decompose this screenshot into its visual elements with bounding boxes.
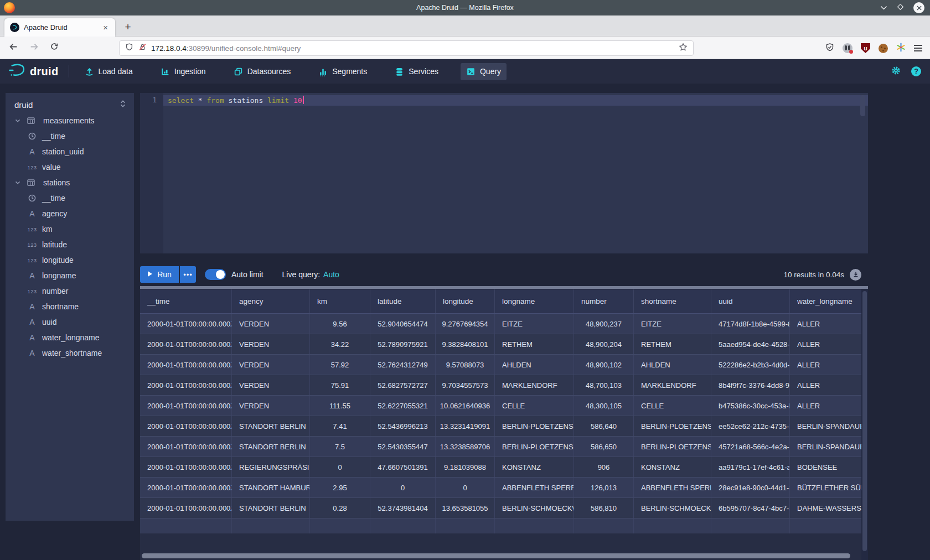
- url-text[interactable]: 172.18.0.4:30899/unified-console.html#qu…: [151, 44, 679, 53]
- table-cell[interactable]: BERLIN-PLOETZENSEE U: [634, 437, 711, 457]
- table-cell[interactable]: AHLDEN: [634, 355, 711, 375]
- table-cell[interactable]: BERLIN-SCHMOECKWITZ: [634, 498, 711, 518]
- table-cell[interactable]: EITZE: [495, 314, 574, 334]
- table-cell[interactable]: 13.3231419091: [436, 416, 495, 436]
- table-cell[interactable]: VERDEN: [232, 314, 310, 334]
- tab-apache-druid[interactable]: Apache Druid ×: [4, 18, 115, 37]
- table-cell[interactable]: STANDORT BERLIN: [232, 437, 310, 457]
- vertical-scrollbar-track[interactable]: [861, 289, 868, 560]
- nav-item-load-data[interactable]: Load data: [79, 63, 138, 80]
- table-cell[interactable]: 52.9040654474: [370, 314, 436, 334]
- table-cell[interactable]: 586,640: [574, 416, 634, 436]
- table-cell[interactable]: VERDEN: [232, 334, 310, 354]
- table-cell[interactable]: 2000-01-01T00:00:00.000Z: [140, 396, 232, 416]
- window-maximize-icon[interactable]: [897, 3, 904, 13]
- back-button[interactable]: [9, 42, 18, 54]
- privacy-mask-extension-icon[interactable]: [843, 43, 852, 53]
- table-cell[interactable]: BERLIN-PLOETZENSEE U: [495, 437, 574, 457]
- column-header-number[interactable]: number: [574, 289, 634, 313]
- table-cell[interactable]: MARKLENDORF: [634, 375, 711, 395]
- column-header-longitude[interactable]: longitude: [436, 289, 495, 313]
- table-cell[interactable]: 9.57088073: [436, 355, 495, 375]
- sidebar-table-stations[interactable]: stations: [6, 175, 134, 190]
- table-cell[interactable]: 2000-01-01T00:00:00.000Z: [140, 334, 232, 354]
- table-cell[interactable]: ALLER: [790, 355, 861, 375]
- table-cell[interactable]: 34.22: [310, 334, 370, 354]
- table-cell[interactable]: BERLIN-SPANDAUER-S: [790, 437, 861, 457]
- sidebar-column-number[interactable]: 123number: [6, 283, 134, 299]
- table-cell[interactable]: 47174d8f-1b8e-4599-8a: [711, 314, 790, 334]
- sidebar-column-station_uuid[interactable]: Astation_uuid: [6, 144, 134, 159]
- sidebar-column-latitude[interactable]: 123latitude: [6, 237, 134, 252]
- table-cell[interactable]: 2000-01-01T00:00:00.000Z: [140, 416, 232, 436]
- reload-button[interactable]: [50, 42, 59, 53]
- table-cell[interactable]: ALLER: [790, 375, 861, 395]
- column-header-agency[interactable]: agency: [232, 289, 310, 313]
- table-cell[interactable]: CELLE: [634, 396, 711, 416]
- table-cell[interactable]: BERLIN-SPANDAUER-S: [790, 416, 861, 436]
- table-cell[interactable]: KONSTANZ: [495, 457, 574, 477]
- sidebar-column-water_shortname[interactable]: Awater_shortname: [6, 345, 134, 361]
- table-cell[interactable]: 52.7890975921: [370, 334, 436, 354]
- table-cell[interactable]: 52.5430355447: [370, 437, 436, 457]
- table-cell[interactable]: 52.5436996213: [370, 416, 436, 436]
- table-cell[interactable]: 52.6227055321: [370, 396, 436, 416]
- table-cell[interactable]: 2000-01-01T00:00:00.000Z: [140, 457, 232, 477]
- download-icon[interactable]: [850, 269, 861, 281]
- sidebar-column-km[interactable]: 123km: [6, 221, 134, 237]
- table-cell[interactable]: CELLE: [495, 396, 574, 416]
- table-cell[interactable]: 2000-01-01T00:00:00.000Z: [140, 314, 232, 334]
- table-cell[interactable]: 47.6607501391: [370, 457, 436, 477]
- chevron-down-icon[interactable]: [12, 179, 23, 186]
- table-cell[interactable]: RETHEM: [634, 334, 711, 354]
- column-header-uuid[interactable]: uuid: [711, 289, 790, 313]
- run-more-button[interactable]: •••: [180, 266, 196, 283]
- table-cell[interactable]: MARKLENDORF: [495, 375, 574, 395]
- ublock-extension-icon[interactable]: u: [861, 43, 870, 53]
- sort-icon[interactable]: [120, 100, 126, 110]
- sql-code-line[interactable]: select * from stations limit 10: [168, 96, 304, 105]
- horizontal-scrollbar[interactable]: [142, 553, 850, 558]
- sidebar-table-measurements[interactable]: measurements: [6, 113, 134, 128]
- table-cell[interactable]: VERDEN: [232, 396, 310, 416]
- table-cell[interactable]: aa9179c1-17ef-4c61-a48: [711, 457, 790, 477]
- table-cell[interactable]: 111.55: [310, 396, 370, 416]
- insecure-lock-icon[interactable]: [138, 43, 147, 54]
- druid-brand[interactable]: druid: [8, 63, 59, 80]
- sidebar-column-__time[interactable]: __time: [6, 190, 134, 206]
- table-cell[interactable]: 2000-01-01T00:00:00.000Z: [140, 498, 232, 518]
- auto-limit-toggle[interactable]: [205, 269, 226, 280]
- table-cell[interactable]: 9.3828408101: [436, 334, 495, 354]
- forward-button[interactable]: [29, 42, 39, 54]
- table-cell[interactable]: 28ec91e8-90c0-44d1-8f: [711, 478, 790, 497]
- table-cell[interactable]: 586,650: [574, 437, 634, 457]
- table-cell[interactable]: 7.5: [310, 437, 370, 457]
- new-tab-button[interactable]: +: [121, 21, 135, 33]
- table-cell[interactable]: STANDORT BERLIN: [232, 498, 310, 518]
- table-cell[interactable]: DAHME-WASSERSTRAS: [790, 498, 861, 518]
- table-cell[interactable]: ABBENFLETH SPERRWER: [495, 478, 574, 497]
- table-cell[interactable]: BERLIN-SCHMOECKWITZ: [495, 498, 574, 518]
- table-cell[interactable]: 9.181039088: [436, 457, 495, 477]
- shield-extension-icon[interactable]: [825, 43, 834, 54]
- table-cell[interactable]: 48,900,204: [574, 334, 634, 354]
- table-cell[interactable]: 5aaed954-de4e-4528-8f: [711, 334, 790, 354]
- run-button[interactable]: Run: [140, 266, 179, 283]
- live-query-value[interactable]: Auto: [323, 270, 339, 279]
- table-cell[interactable]: REGIERUNGSPRÄSIDIUM: [232, 457, 310, 477]
- table-cell[interactable]: 8b4f9f7c-3376-4dd8-95c: [711, 375, 790, 395]
- table-cell[interactable]: STANDORT BERLIN: [232, 416, 310, 436]
- column-header-km[interactable]: km: [310, 289, 370, 313]
- table-cell[interactable]: 10.0621640936: [436, 396, 495, 416]
- chevron-down-icon[interactable]: [12, 117, 23, 125]
- cookie-extension-icon[interactable]: [879, 44, 888, 53]
- table-cell[interactable]: BERLIN-PLOETZENSEE O: [495, 416, 574, 436]
- table-cell[interactable]: VERDEN: [232, 355, 310, 375]
- colorful-asterisk-extension-icon[interactable]: [896, 43, 906, 54]
- table-cell[interactable]: b475386c-30cc-453a-b3: [711, 396, 790, 416]
- table-cell[interactable]: ALLER: [790, 334, 861, 354]
- window-minimize-icon[interactable]: [880, 3, 887, 13]
- window-close-icon[interactable]: [913, 2, 924, 13]
- shield-icon[interactable]: [125, 43, 133, 54]
- table-cell[interactable]: BERLIN-PLOETZENSEE O: [634, 416, 711, 436]
